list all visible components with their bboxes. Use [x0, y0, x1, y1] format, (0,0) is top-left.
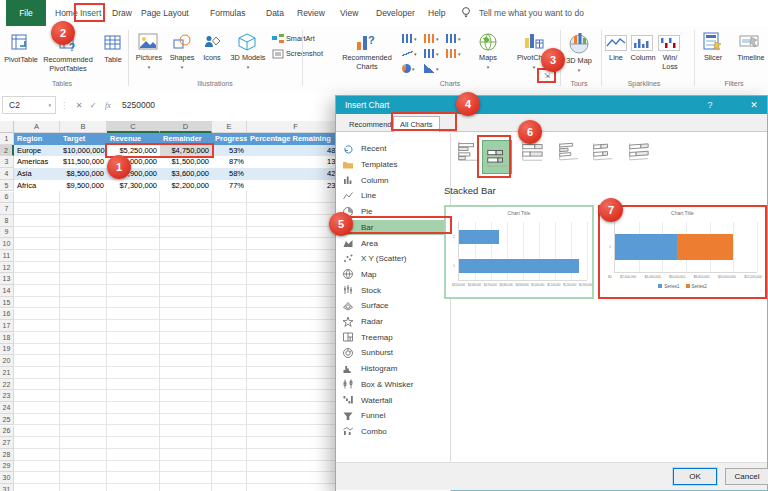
help-icon[interactable]: ?	[698, 96, 722, 114]
chart-type-sunburst[interactable]: Sunburst	[342, 345, 446, 361]
column-header-F[interactable]: F	[247, 121, 345, 133]
column-chart-menu[interactable]: ▾	[402, 34, 417, 43]
subtype-stacked-bar[interactable]	[482, 140, 512, 174]
cell[interactable]: 48%	[247, 145, 345, 157]
cell[interactable]: 23%	[247, 180, 345, 192]
subtype-3d-stacked-bar[interactable]	[588, 138, 616, 164]
cell[interactable]: $4,900,000	[107, 168, 160, 180]
tab-all-charts[interactable]: All Charts	[393, 116, 440, 132]
row-header-26[interactable]: 26	[0, 426, 14, 438]
recommended-charts-button[interactable]: Recommended Charts	[338, 54, 396, 71]
chart-type-map[interactable]: Map	[342, 267, 446, 283]
chart-type-column[interactable]: Column	[342, 172, 446, 188]
table-header-cell[interactable]: Percentage Remaining	[247, 133, 345, 145]
line-chart-menu[interactable]: ▾	[402, 49, 417, 58]
menu-view[interactable]: View	[340, 0, 358, 26]
cell[interactable]: Europe	[14, 145, 60, 157]
chart-type-line[interactable]: Line	[342, 188, 446, 204]
pivottable-button[interactable]: PivotTable	[0, 56, 42, 65]
preview-stacked-bar-1[interactable]: Chart Title21$4,500,000$4,600,000$4,700,…	[444, 205, 594, 299]
column-header-C[interactable]: C	[107, 121, 160, 133]
cell[interactable]: 58%	[212, 168, 247, 180]
cell[interactable]: $9,500,000	[60, 180, 107, 192]
cell[interactable]: Americas	[14, 156, 60, 168]
recommended-pivottables-button[interactable]: Recommended PivotTables	[37, 56, 99, 73]
row-header-12[interactable]: 12	[0, 262, 14, 274]
table-header-cell[interactable]: Revenue	[107, 133, 160, 145]
row-header-3[interactable]: 3	[0, 156, 14, 168]
3d-models-button[interactable]: 3D Models	[228, 54, 268, 63]
preview-stacked-bar-2[interactable]: Chart Title1$0$2,000,000$4,000,000$6,000…	[598, 205, 767, 299]
chart-type-pie[interactable]: Pie	[342, 204, 446, 220]
cell[interactable]: $7,300,000	[107, 180, 160, 192]
table-header-cell[interactable]: Target	[60, 133, 107, 145]
row-header-22[interactable]: 22	[0, 379, 14, 391]
chart-type-area[interactable]: Area	[342, 235, 446, 251]
pie-chart-menu[interactable]: ▾	[402, 64, 415, 73]
row-header-4[interactable]: 4	[0, 168, 14, 180]
column-header-E[interactable]: E	[212, 121, 247, 133]
charts-dialog-launcher[interactable]: ⇲	[540, 70, 554, 81]
chart-type-combo[interactable]: Combo	[342, 424, 446, 440]
row-header-8[interactable]: 8	[0, 215, 14, 227]
scatter-chart-menu[interactable]: ▾	[424, 64, 439, 73]
cell[interactable]: $3,600,000	[160, 168, 212, 180]
ok-button[interactable]: OK	[673, 468, 717, 485]
cell[interactable]: $10,000,000	[60, 145, 107, 157]
maps-button[interactable]: Maps	[470, 54, 506, 63]
row-header-10[interactable]: 10	[0, 238, 14, 250]
chart-type-funnel[interactable]: Funnel	[342, 408, 446, 424]
menu-file-tab[interactable]: File	[6, 0, 46, 26]
subtype-3d-100-stacked-bar[interactable]	[624, 138, 652, 164]
column-header-B[interactable]: B	[60, 121, 107, 133]
menu-review[interactable]: Review	[297, 0, 325, 26]
chart-type-bar[interactable]: Bar	[342, 220, 446, 236]
row-header-2[interactable]: 2	[0, 145, 14, 157]
cell[interactable]: 53%	[212, 145, 247, 157]
cell[interactable]: 42%	[247, 168, 345, 180]
shapes-button[interactable]: Shapes	[165, 54, 199, 63]
cancel-button[interactable]: Cancel	[725, 468, 768, 485]
row-header-13[interactable]: 13	[0, 273, 14, 285]
icons-button[interactable]: Icons	[197, 54, 227, 63]
tell-me-search[interactable]: Tell me what you want to do	[479, 0, 584, 26]
3d-map-button[interactable]: 3D Map	[560, 57, 598, 66]
enter-entry-icon[interactable]: ✓	[86, 96, 100, 114]
row-header-28[interactable]: 28	[0, 449, 14, 461]
row-header-6[interactable]: 6	[0, 192, 14, 204]
menu-draw[interactable]: Draw	[112, 0, 132, 26]
menu-formulas[interactable]: Formulas	[210, 0, 245, 26]
chart-type-surface[interactable]: Surface	[342, 298, 446, 314]
insert-function-icon[interactable]: fx	[100, 96, 116, 114]
subtype-100-stacked-bar[interactable]	[518, 138, 546, 164]
sparkline-winloss-button[interactable]: Win/ Loss	[655, 54, 685, 71]
chart-type-recent[interactable]: Recent	[342, 141, 446, 157]
row-header-19[interactable]: 19	[0, 344, 14, 356]
subtype-clustered-bar[interactable]	[454, 138, 482, 164]
cell[interactable]: $2,200,000	[160, 180, 212, 192]
row-header-31[interactable]: 31	[0, 484, 14, 491]
smartart-button[interactable]: SmartArt	[286, 35, 332, 44]
menu-insert[interactable]: Insert	[80, 0, 101, 26]
screenshot-button[interactable]: Screenshot	[286, 50, 336, 59]
chart-type-stock[interactable]: Stock	[342, 282, 446, 298]
table-header-cell[interactable]: Region	[14, 133, 60, 145]
chart-type-box-whisker[interactable]: Box & Whisker	[342, 377, 446, 393]
row-header-11[interactable]: 11	[0, 250, 14, 262]
sparkline-column-button[interactable]: Column	[628, 54, 658, 63]
table-header-cell[interactable]: Progress	[212, 133, 247, 145]
slicer-button[interactable]: Slicer	[696, 54, 730, 63]
chart-type-x-y-scatter-[interactable]: X Y (Scatter)	[342, 251, 446, 267]
column-header-D[interactable]: D	[160, 121, 212, 133]
cell[interactable]: 87%	[212, 156, 247, 168]
sparkline-line-button[interactable]: Line	[602, 54, 630, 63]
cell[interactable]: Asia	[14, 168, 60, 180]
row-header-1[interactable]: 1	[0, 133, 14, 145]
row-header-7[interactable]: 7	[0, 203, 14, 215]
table-header-cell[interactable]: Remainder	[160, 133, 212, 145]
row-header-21[interactable]: 21	[0, 367, 14, 379]
row-header-14[interactable]: 14	[0, 285, 14, 297]
menu-page-layout[interactable]: Page Layout	[141, 0, 189, 26]
cell[interactable]: $11,500,000	[60, 156, 107, 168]
row-header-23[interactable]: 23	[0, 390, 14, 402]
